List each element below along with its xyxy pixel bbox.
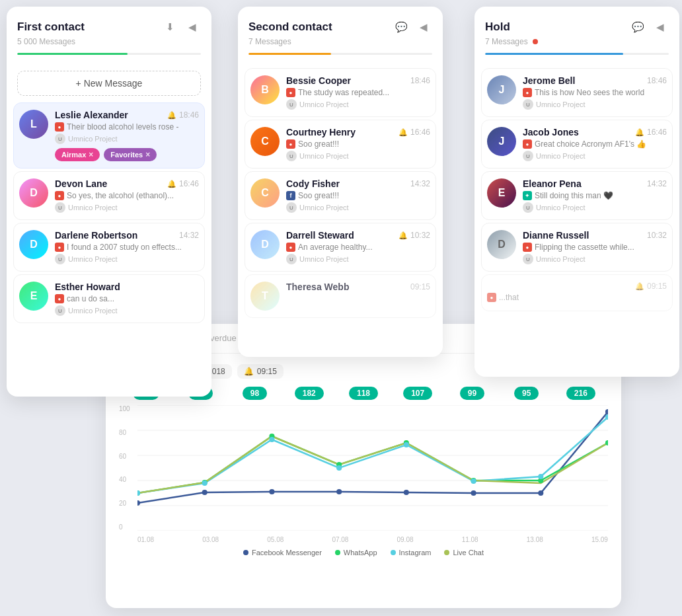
project-avatar-leslie: U <box>55 134 65 144</box>
bell-green-leslie: 🔔 <box>167 111 176 120</box>
msg-name-bessie: Bessie Cooper <box>286 75 351 86</box>
second-contact-message-list: B Bessie Cooper 18:46 ● The study was re… <box>238 68 443 318</box>
channel-icon-last: ● <box>487 293 496 302</box>
message-item-devon[interactable]: D Devon Lane 🔔 16:46 ● So yes, the alcoh… <box>13 171 205 220</box>
hold-actions: 💬 ◀ <box>629 19 669 36</box>
x-axis: 01.08 03.08 05.08 07.08 09.08 11.08 13.0… <box>137 533 608 543</box>
first-contact-subtitle: 5 000 Messages <box>17 37 201 46</box>
project-name-bessie: Umnico Project <box>299 100 349 108</box>
tag-favorites[interactable]: Favorites × <box>104 148 157 161</box>
channel-icon-cody: f <box>286 191 295 200</box>
channel-icon-leslie: ● <box>55 122 64 132</box>
chart-svg <box>137 405 608 531</box>
message-item-courtney[interactable]: C Courtney Henry 🔔 16:46 ● Soo great!!! <box>245 120 436 169</box>
channel-icon-dianne: ● <box>523 243 532 252</box>
message-item-last[interactable]: 🔔 09:15 ● ...that <box>481 274 673 311</box>
dot-fb-2 <box>269 489 274 494</box>
avatar-darrell: D <box>250 230 280 259</box>
first-contact-title: First contact <box>17 20 85 34</box>
project-avatar-darlene: U <box>55 254 65 264</box>
message-item-darlene[interactable]: D Darlene Robertson 14:32 ● I found a 20… <box>13 223 205 272</box>
bell-red-last: 🔔 <box>635 282 644 291</box>
dot-ig-4 <box>404 442 409 447</box>
message-item-leslie[interactable]: L Leslie Alexander 🔔 18:46 ● Their blood… <box>13 102 205 169</box>
bubble-icon-hold[interactable]: 💬 <box>629 19 646 36</box>
legend-label-whatsapp: WhatsApp <box>344 549 377 557</box>
msg-time-jacob: 🔔 16:46 <box>635 128 667 137</box>
msg-preview-jerome: This is how Neo sees the world <box>535 88 644 97</box>
line-livechat <box>137 436 608 493</box>
project-name-jerome: Umnico Project <box>536 100 586 108</box>
project-avatar-cody: U <box>286 202 297 213</box>
msg-name-courtney: Courtney Henry <box>286 127 356 137</box>
msg-preview-eleanor: Still doing this man 🖤 <box>535 191 613 200</box>
project-avatar-bessie: U <box>286 99 297 110</box>
msg-name-cody: Cody Fisher <box>286 178 340 189</box>
message-item-jerome[interactable]: J Jerome Bell 18:46 ● This is how Neo se… <box>481 68 673 117</box>
project-name-courtney: Umnico Project <box>299 152 349 160</box>
project-avatar-devon: U <box>55 202 65 213</box>
new-message-button[interactable]: + New Message <box>17 71 201 96</box>
project-avatar-esther: U <box>55 305 65 316</box>
message-item-cody[interactable]: C Cody Fisher 14:32 f Soo great!!! U Umn… <box>245 171 436 220</box>
message-item-eleanor[interactable]: E Eleanor Pena 14:32 ✦ Still doing this … <box>481 171 673 220</box>
channel-icon-devon: ● <box>55 191 64 200</box>
message-item-theresa[interactable]: T Theresa Webb 09:15 <box>245 274 436 318</box>
tag-airmax-close[interactable]: × <box>89 150 93 159</box>
tag-row-leslie: Airmax × Favorites × <box>55 148 199 161</box>
legend-livechat: Live Chat <box>444 549 483 557</box>
project-avatar-darrell: U <box>286 254 297 264</box>
project-name-jacob: Umnico Project <box>536 152 586 160</box>
data-label-98: 98 <box>227 387 282 400</box>
hold-progress-bar <box>485 53 669 55</box>
msg-time-theresa: 09:15 <box>410 282 430 291</box>
legend-dot-facebook <box>243 550 248 555</box>
bell-red-devon: 🔔 <box>167 180 176 188</box>
message-item-esther[interactable]: E Esther Howard ● can u do sa... U Umnic… <box>13 274 205 323</box>
legend-whatsapp: WhatsApp <box>335 549 377 557</box>
legend-dot-instagram <box>391 550 396 555</box>
avatar-bessie: B <box>250 75 280 104</box>
badge-216: 216 <box>566 387 595 400</box>
hold-subtitle: 7 Messages <box>485 37 669 46</box>
message-item-dianne[interactable]: D Dianne Russell 10:32 ● Flipping the ca… <box>481 223 673 272</box>
chart-container: 100 80 60 40 20 0 <box>119 405 608 543</box>
avatar-cody: C <box>250 178 280 208</box>
first-contact-panel: First contact ⬇ ◀ 5 000 Messages + New M… <box>7 7 211 397</box>
chart-svg-container: 01.08 03.08 05.08 07.08 09.08 11.08 13.0… <box>137 405 608 543</box>
data-label-118: 118 <box>336 387 391 400</box>
channel-icon-esther: ● <box>55 294 64 303</box>
dot-ig-3 <box>336 465 342 471</box>
dot-ig-1 <box>202 481 208 486</box>
collapse-icon-2[interactable]: ◀ <box>415 19 432 36</box>
bubble-icon[interactable]: 💬 <box>393 19 410 36</box>
project-avatar-eleanor: U <box>523 202 533 213</box>
channel-icon-bessie: ● <box>286 88 295 97</box>
data-label-95: 95 <box>500 387 554 400</box>
project-name-eleanor: Umnico Project <box>536 204 586 212</box>
message-item-jacob[interactable]: J Jacob Jones 🔔 16:46 ● Great choice Acr… <box>481 120 673 169</box>
channel-icon-jacob: ● <box>523 139 532 149</box>
data-label-107: 107 <box>391 387 445 400</box>
badge-118: 118 <box>349 387 378 400</box>
legend-label-facebook: Facebook Messenger <box>252 549 322 557</box>
collapse-icon[interactable]: ◀ <box>184 19 201 36</box>
download-icon[interactable]: ⬇ <box>161 19 178 36</box>
avatar-theresa: T <box>250 282 280 311</box>
msg-name-darrell: Darrell Steward <box>286 230 354 241</box>
second-progress-bar <box>248 53 432 55</box>
dot-ig-5 <box>471 479 476 484</box>
alert-time-chip[interactable]: 🔔 09:15 <box>237 364 284 379</box>
tag-favorites-close[interactable]: × <box>145 150 150 159</box>
hold-message-list: J Jerome Bell 18:46 ● This is how Neo se… <box>474 68 679 311</box>
project-name-esther: Umnico Project <box>68 307 118 315</box>
avatar-esther: E <box>19 282 48 311</box>
collapse-icon-hold[interactable]: ◀ <box>652 19 669 36</box>
message-item-bessie[interactable]: B Bessie Cooper 18:46 ● The study was re… <box>245 68 436 117</box>
msg-time-devon: 🔔 16:46 <box>167 179 199 188</box>
legend-dot-whatsapp <box>335 550 340 555</box>
msg-time-eleanor: 14:32 <box>647 179 667 188</box>
tag-airmax[interactable]: Airmax × <box>55 148 100 161</box>
message-item-darrell[interactable]: D Darrell Steward 🔔 10:32 ● An average h… <box>245 223 436 272</box>
msg-name-leslie: Leslie Alexander <box>55 110 128 120</box>
